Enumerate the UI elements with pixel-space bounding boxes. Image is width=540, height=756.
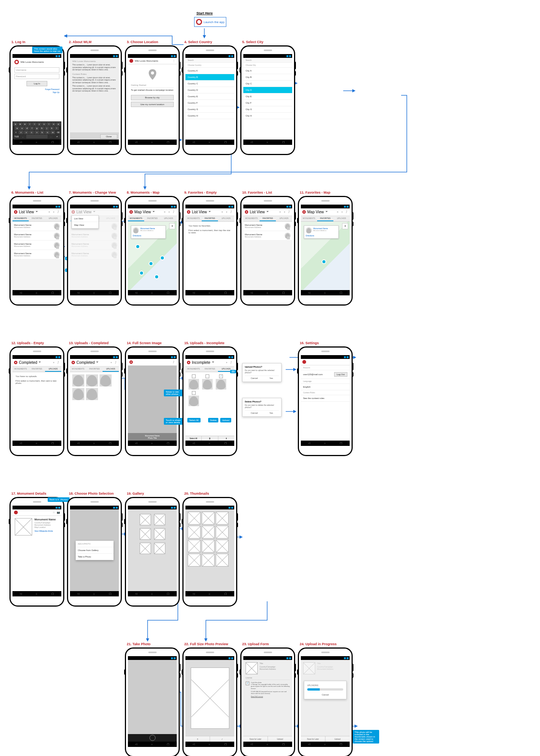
list-item[interactable]: City G bbox=[243, 106, 292, 113]
list-item[interactable]: City H bbox=[243, 113, 292, 119]
overflow-icon[interactable]: ⋮ bbox=[172, 59, 175, 62]
current-location-button[interactable]: Use my current location bbox=[131, 102, 174, 107]
list-item[interactable]: Country A bbox=[185, 68, 234, 74]
license-checkbox[interactable]: ✓ bbox=[246, 681, 249, 685]
gallery-album[interactable] bbox=[154, 543, 165, 554]
shutter-button[interactable] bbox=[149, 735, 156, 741]
monument-row[interactable]: Monument NameMonument Address bbox=[243, 231, 292, 241]
upload-button[interactable]: Upload bbox=[268, 736, 292, 742]
upload-button[interactable]: ⬆ bbox=[218, 436, 234, 441]
save-button[interactable]: Save for Later bbox=[243, 736, 268, 742]
list-item[interactable]: Country H bbox=[185, 113, 234, 119]
checkbox-checked[interactable]: ✓ bbox=[219, 374, 223, 378]
thumbnail[interactable] bbox=[216, 554, 229, 567]
upload-button[interactable]: Upload bbox=[325, 736, 350, 742]
logout-button[interactable]: Log Out bbox=[334, 372, 347, 377]
star-icon[interactable]: ☆ bbox=[52, 511, 55, 514]
thumbnail[interactable] bbox=[216, 540, 229, 553]
reject-button[interactable]: ✕ bbox=[185, 736, 210, 742]
view-dropdown[interactable]: List View≡⌖⤴ bbox=[12, 208, 61, 216]
login-button[interactable]: Log In bbox=[26, 81, 47, 86]
thumbnail[interactable] bbox=[188, 540, 201, 553]
share-icon[interactable]: ⤴ bbox=[57, 211, 60, 214]
list-item[interactable]: City B bbox=[243, 74, 292, 81]
menu-item-list[interactable]: List View bbox=[72, 216, 98, 222]
map-info-window[interactable]: Monument NameMonument Address Directions bbox=[131, 225, 166, 239]
yes-button[interactable]: Yes bbox=[269, 377, 273, 379]
rules-row[interactable]: See the contest rules bbox=[301, 395, 350, 402]
camera-icon[interactable]: 📷 bbox=[57, 511, 60, 514]
nav-bar[interactable]: ◁○▢ bbox=[12, 140, 61, 145]
monument-row[interactable]: Monument NameMonument Address bbox=[12, 222, 61, 231]
signup-link[interactable]: Sign Up bbox=[53, 91, 59, 93]
cancel-button[interactable]: Cancel bbox=[251, 412, 258, 414]
thumbnail[interactable] bbox=[202, 512, 215, 525]
monument-row[interactable]: Monument NameMonument Address bbox=[12, 250, 61, 259]
password-input[interactable]: Password bbox=[14, 74, 59, 79]
thumbnail[interactable] bbox=[202, 554, 215, 567]
list-item[interactable]: City E bbox=[243, 93, 292, 100]
upload-thumb[interactable] bbox=[86, 374, 98, 387]
upload-dialog[interactable]: Upload Photos?Do you want to upload the … bbox=[242, 363, 282, 382]
gallery-album[interactable] bbox=[140, 543, 151, 554]
map[interactable]: Monument NameMonument Address Directions… bbox=[128, 222, 177, 290]
select-all-button[interactable]: Select All bbox=[185, 436, 201, 441]
list-item[interactable]: Country E bbox=[185, 93, 234, 100]
monument-row[interactable]: Monument NameMonument Address bbox=[12, 231, 61, 241]
browse-city-button[interactable]: Browse by city bbox=[131, 95, 174, 100]
username-input[interactable]: Username bbox=[14, 67, 59, 73]
list-icon[interactable]: ≡ bbox=[48, 211, 51, 214]
list-item[interactable]: City F bbox=[243, 100, 292, 106]
gallery-album[interactable] bbox=[140, 514, 151, 525]
forgot-password-link[interactable]: Forgot Password bbox=[45, 88, 59, 90]
list-item-selected[interactable]: City D bbox=[243, 87, 292, 93]
location-icon[interactable]: ⌖ bbox=[52, 211, 55, 214]
gallery-album[interactable] bbox=[140, 528, 151, 540]
gallery-option[interactable]: Choose from Gallery bbox=[76, 547, 114, 554]
upload-thumb[interactable] bbox=[100, 374, 112, 387]
read-license-link[interactable]: Read Full License bbox=[251, 695, 290, 697]
full-image[interactable]: Monument Name Photo Title bbox=[128, 366, 177, 441]
list-item[interactable]: City C bbox=[243, 81, 292, 87]
accept-button[interactable]: ✓ bbox=[210, 736, 234, 742]
map-layers-icon[interactable]: ◈ bbox=[169, 223, 175, 229]
map-pin-icon[interactable] bbox=[135, 244, 140, 249]
upload-thumb[interactable] bbox=[72, 374, 84, 387]
thumbnail[interactable] bbox=[216, 512, 229, 525]
gallery-album[interactable] bbox=[154, 528, 165, 540]
directions-link[interactable]: Directions bbox=[133, 234, 164, 237]
list-item[interactable]: Country D bbox=[185, 87, 234, 93]
thumbnail[interactable] bbox=[188, 512, 201, 525]
thumbnail[interactable] bbox=[188, 526, 201, 539]
delete-button[interactable]: 🗑 bbox=[202, 436, 218, 441]
menu-item-map[interactable]: Map View bbox=[72, 222, 98, 228]
monument-row[interactable]: Monument NameMonument Address bbox=[243, 222, 292, 231]
upload-thumb[interactable] bbox=[86, 388, 98, 400]
search-input[interactable]: Search bbox=[185, 58, 234, 63]
wikipedia-link[interactable]: View Wikipedia Article bbox=[34, 530, 59, 532]
view-menu[interactable]: List View Map View bbox=[72, 215, 99, 229]
thumbnail[interactable] bbox=[188, 554, 201, 567]
close-button[interactable]: Close bbox=[100, 134, 117, 139]
keyboard[interactable]: qwertyuiop asdfghjkl ⇧zxcvbnm⌫ ?123,.↵ bbox=[12, 121, 61, 140]
thumbnail[interactable] bbox=[202, 540, 215, 553]
search-input[interactable]: Search bbox=[243, 58, 292, 63]
language-row[interactable]: English bbox=[301, 384, 350, 390]
tabs[interactable]: MONUMENTSFAVORITESUPLOADS bbox=[12, 216, 61, 222]
cancel-button[interactable]: Cancel bbox=[251, 377, 258, 379]
camera-option[interactable]: Take a Photo bbox=[76, 554, 114, 560]
monument-row[interactable]: Monument NameMonument Address bbox=[12, 241, 61, 250]
list-item[interactable]: Country F bbox=[185, 100, 234, 106]
checkbox[interactable] bbox=[192, 391, 196, 395]
list-item[interactable]: Country C bbox=[185, 81, 234, 87]
checkbox[interactable] bbox=[205, 374, 209, 378]
gallery-album[interactable] bbox=[154, 514, 165, 525]
upload-thumb[interactable] bbox=[72, 388, 84, 400]
save-button[interactable]: Save for Later bbox=[301, 736, 325, 742]
cancel-button[interactable]: Cancel bbox=[307, 694, 343, 696]
list-item[interactable]: Country G bbox=[185, 106, 234, 113]
checkbox[interactable] bbox=[192, 374, 196, 378]
thumbnail[interactable] bbox=[216, 526, 229, 539]
list-item[interactable]: City A bbox=[243, 68, 292, 74]
thumbnail[interactable] bbox=[202, 526, 215, 539]
